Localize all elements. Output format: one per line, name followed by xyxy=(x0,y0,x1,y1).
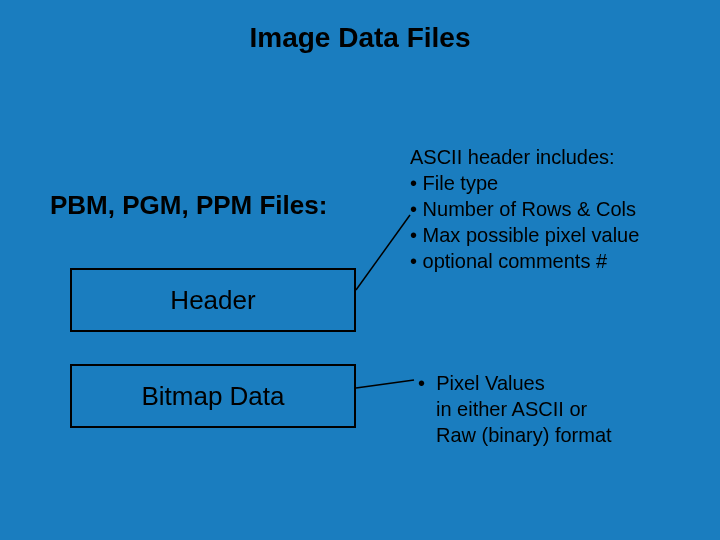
header-box: Header xyxy=(70,268,356,332)
header-desc-item: Max possible pixel value xyxy=(410,222,639,248)
connector-line-header xyxy=(356,215,410,290)
bitmap-desc-line: in either ASCII or xyxy=(418,396,612,422)
header-desc-list: File type Number of Rows & Cols Max poss… xyxy=(410,170,639,274)
bitmap-box: Bitmap Data xyxy=(70,364,356,428)
connector-line-bitmap xyxy=(356,380,414,388)
bitmap-desc-lead: • Pixel Values xyxy=(418,370,612,396)
slide-title: Image Data Files xyxy=(0,22,720,54)
bitmap-desc-line: Raw (binary) format xyxy=(418,422,612,448)
header-desc-item: optional comments # xyxy=(410,248,639,274)
file-types-heading: PBM, PGM, PPM Files: xyxy=(50,190,327,221)
header-box-label: Header xyxy=(170,285,255,316)
bitmap-description: • Pixel Values in either ASCII or Raw (b… xyxy=(418,370,612,448)
bitmap-desc-lead-text: Pixel Values xyxy=(436,372,545,394)
bitmap-box-label: Bitmap Data xyxy=(141,381,284,412)
header-description: ASCII header includes: File type Number … xyxy=(410,144,639,274)
header-desc-item: File type xyxy=(410,170,639,196)
header-desc-item: Number of Rows & Cols xyxy=(410,196,639,222)
header-desc-lead: ASCII header includes: xyxy=(410,144,639,170)
